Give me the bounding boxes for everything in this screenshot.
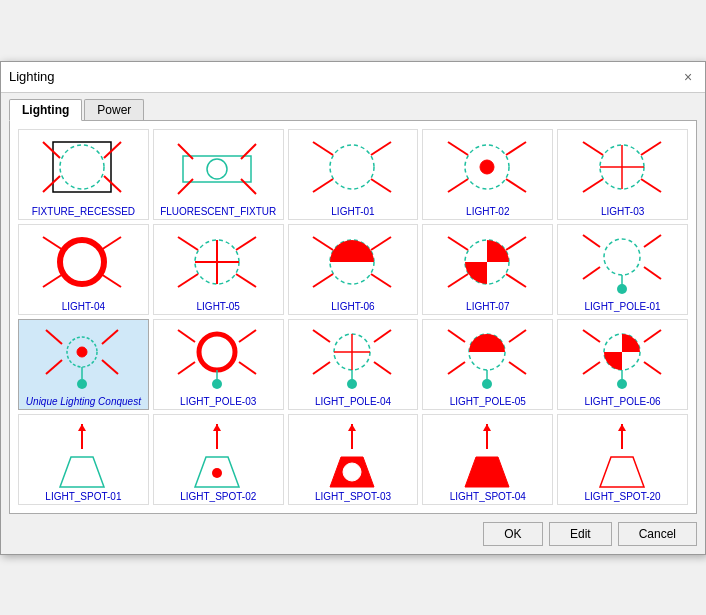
grid-item-light-spot-01[interactable]: LIGHT_SPOT-01: [18, 414, 149, 505]
svg-line-86: [448, 362, 465, 374]
grid-item-light-pole-05[interactable]: LIGHT_POLE-05: [422, 319, 553, 410]
svg-marker-99: [60, 457, 104, 487]
svg-line-55: [583, 267, 600, 279]
svg-line-94: [583, 330, 600, 342]
item-label: LIGHT_POLE-03: [180, 396, 256, 407]
svg-point-78: [347, 379, 357, 389]
grid-item-unique-lighting[interactable]: Unique Lighting Conquest: [18, 319, 149, 410]
grid-item-light-spot-20[interactable]: LIGHT_SPOT-20: [557, 414, 688, 505]
svg-point-85: [482, 379, 492, 389]
tab-lighting[interactable]: Lighting: [9, 99, 82, 121]
item-label: LIGHT-04: [62, 301, 105, 312]
item-label: FIXTURE_RECESSED: [32, 206, 135, 217]
svg-line-81: [374, 362, 391, 374]
grid-item-fluorescent[interactable]: FLUORESCENT_FIXTUR: [153, 129, 284, 220]
window-title: Lighting: [9, 69, 55, 84]
item-label: LIGHT_SPOT-04: [450, 491, 526, 502]
item-label: LIGHT-06: [331, 301, 374, 312]
svg-line-66: [102, 330, 118, 344]
svg-point-54: [617, 284, 627, 294]
svg-point-30: [60, 240, 104, 284]
grid-item-light-06[interactable]: LIGHT-06: [288, 224, 419, 315]
item-label: LIGHT_POLE-01: [585, 301, 661, 312]
grid-item-light-pole-04[interactable]: LIGHT_POLE-04: [288, 319, 419, 410]
svg-line-72: [239, 362, 256, 374]
item-label: LIGHT_SPOT-20: [585, 491, 661, 502]
svg-line-28: [641, 179, 661, 192]
svg-line-88: [509, 362, 526, 374]
grid-item-light-spot-04[interactable]: LIGHT_SPOT-04: [422, 414, 553, 505]
svg-line-4: [104, 176, 121, 192]
svg-line-44: [313, 237, 333, 250]
svg-point-62: [77, 379, 87, 389]
edit-button[interactable]: Edit: [549, 522, 612, 546]
grid-item-light-05[interactable]: LIGHT-05: [153, 224, 284, 315]
svg-line-33: [101, 274, 121, 287]
ok-button[interactable]: OK: [483, 522, 543, 546]
grid-item-light-pole-03[interactable]: LIGHT_POLE-03: [153, 319, 284, 410]
svg-line-82: [374, 330, 391, 342]
svg-point-69: [212, 379, 222, 389]
grid-item-light-07[interactable]: LIGHT-07: [422, 224, 553, 315]
svg-line-51: [506, 237, 526, 250]
svg-point-52: [604, 239, 640, 275]
item-label: LIGHT_SPOT-03: [315, 491, 391, 502]
lighting-window: Lighting × Lighting Power FIXTURE_RECESS…: [0, 61, 706, 555]
grid-item-light-spot-03[interactable]: LIGHT_SPOT-03: [288, 414, 419, 505]
svg-point-7: [207, 159, 227, 179]
svg-line-34: [101, 237, 121, 250]
svg-line-3: [43, 142, 60, 158]
svg-line-46: [371, 237, 391, 250]
item-label: LIGHT-03: [601, 206, 644, 217]
svg-rect-6: [183, 156, 251, 182]
footer: OK Edit Cancel: [1, 514, 705, 554]
tab-power[interactable]: Power: [84, 99, 144, 120]
grid-item-light-02[interactable]: LIGHT-02: [422, 129, 553, 220]
svg-line-16: [371, 142, 391, 155]
svg-line-48: [448, 274, 468, 287]
svg-point-103: [212, 468, 222, 478]
close-button[interactable]: ×: [679, 68, 697, 86]
grid-item-light-spot-02[interactable]: LIGHT_SPOT-02: [153, 414, 284, 505]
grid-item-light-04[interactable]: LIGHT-04: [18, 224, 149, 315]
svg-point-18: [480, 160, 494, 174]
grid-item-fixture-recessed[interactable]: FIXTURE_RECESSED: [18, 129, 149, 220]
svg-marker-113: [600, 457, 644, 487]
item-label: Unique Lighting Conquest: [26, 396, 141, 407]
svg-line-19: [448, 179, 468, 192]
grid-item-light-01[interactable]: LIGHT-01: [288, 129, 419, 220]
svg-point-60: [77, 347, 87, 357]
svg-line-40: [236, 274, 256, 287]
svg-marker-109: [483, 424, 491, 431]
svg-line-43: [313, 274, 333, 287]
grid-item-light-03[interactable]: LIGHT-03: [557, 129, 688, 220]
svg-line-13: [313, 179, 333, 192]
svg-marker-101: [213, 424, 221, 431]
svg-line-79: [313, 362, 330, 374]
svg-line-80: [313, 330, 330, 342]
svg-point-92: [617, 379, 627, 389]
svg-line-45: [371, 274, 391, 287]
svg-line-73: [239, 330, 256, 342]
item-label: LIGHT-01: [331, 206, 374, 217]
cancel-button[interactable]: Cancel: [618, 522, 697, 546]
svg-line-89: [509, 330, 526, 342]
svg-line-39: [178, 237, 198, 250]
svg-line-32: [43, 237, 63, 250]
item-label: LIGHT-07: [466, 301, 509, 312]
svg-line-96: [644, 330, 661, 342]
grid-item-light-pole-06[interactable]: LIGHT_POLE-06: [557, 319, 688, 410]
title-bar: Lighting ×: [1, 62, 705, 93]
grid-item-light-pole-01[interactable]: LIGHT_POLE-01: [557, 224, 688, 315]
item-label: FLUORESCENT_FIXTUR: [160, 206, 276, 217]
svg-line-31: [43, 274, 63, 287]
svg-line-27: [583, 142, 603, 155]
svg-line-50: [506, 274, 526, 287]
item-label: LIGHT_SPOT-01: [45, 491, 121, 502]
svg-line-21: [506, 179, 526, 192]
svg-line-58: [644, 235, 661, 247]
svg-line-29: [641, 142, 661, 155]
svg-line-20: [448, 142, 468, 155]
item-label: LIGHT_POLE-04: [315, 396, 391, 407]
svg-line-2: [43, 176, 60, 192]
